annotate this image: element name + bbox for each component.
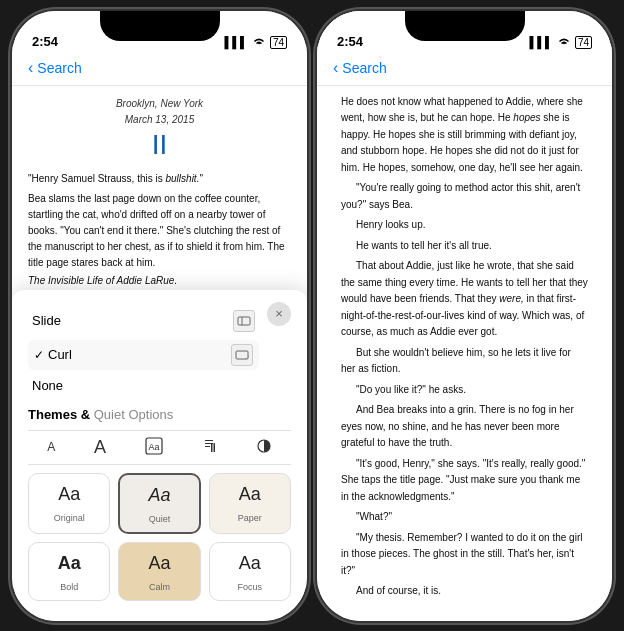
theme-focus-label: Focus [238, 582, 263, 592]
book-content-right: He does not know what happened to Addie,… [317, 86, 612, 596]
wifi-icon [252, 36, 266, 48]
right-para-7: "Do you like it?" he asks. [341, 382, 588, 399]
right-para-8: And Bea breaks into a grin. There is no … [341, 402, 588, 452]
back-button-left[interactable]: ‹ Search [28, 59, 291, 77]
left-phone: 2:54 ▌▌▌ 74 ‹ Search Brookly [12, 11, 307, 621]
theme-quiet-aa: Aa [126, 485, 192, 506]
theme-quiet-label: Quiet [149, 514, 171, 524]
theme-bold-aa: Aa [35, 553, 103, 574]
time-right: 2:54 [337, 34, 363, 49]
svg-rect-1 [236, 351, 248, 359]
svg-text:Aa: Aa [148, 442, 159, 452]
chapter-heading: II [28, 128, 291, 162]
theme-original[interactable]: Aa Original [28, 473, 110, 534]
right-para-9: "It's good, Henry," she says. "It's real… [341, 456, 588, 506]
close-icon: × [275, 306, 283, 321]
battery-icon: 74 [270, 36, 287, 49]
theme-calm-aa: Aa [125, 553, 193, 574]
slide-option-none[interactable]: None [28, 370, 259, 401]
svg-rect-4 [211, 443, 213, 452]
theme-paper-label: Paper [238, 513, 262, 523]
book-header: Brooklyn, New York March 13, 2015 II [28, 96, 291, 162]
checkmark-icon: ✓ [34, 348, 44, 362]
status-icons-right: ▌▌▌ 74 [529, 36, 592, 49]
book-date: March 13, 2015 [28, 112, 291, 128]
notch [100, 11, 220, 41]
theme-focus[interactable]: Aa Focus [209, 542, 291, 601]
book-para-2: Bea slams the last page down on the coff… [28, 191, 291, 271]
slide-option-slide[interactable]: Slide [28, 302, 259, 340]
right-phone: 2:54 ▌▌▌ 74 ‹ Search He does [317, 11, 612, 621]
nav-bar-left: ‹ Search [12, 55, 307, 86]
svg-rect-5 [214, 443, 216, 452]
wifi-icon-right [557, 36, 571, 48]
theme-bold[interactable]: Aa Bold [28, 542, 110, 601]
right-para-4: He wants to tell her it's all true. [341, 238, 588, 255]
signal-icon: ▌▌▌ [224, 36, 247, 48]
book-para-italic: The Invisible Life of Addie LaRue. [28, 273, 291, 289]
book-location: Brooklyn, New York [28, 96, 291, 112]
book-para-1: "Henry Samuel Strauss, this is bullshit.… [28, 171, 291, 187]
close-button[interactable]: × [267, 302, 291, 326]
theme-bold-label: Bold [60, 582, 78, 592]
back-button-right[interactable]: ‹ Search [333, 59, 596, 77]
back-chevron-icon: ‹ [28, 59, 33, 77]
theme-original-aa: Aa [35, 484, 103, 505]
font-large-button[interactable]: A [94, 437, 106, 458]
theme-quiet[interactable]: Aa Quiet [118, 473, 200, 534]
status-icons-left: ▌▌▌ 74 [224, 36, 287, 49]
slide-option-curl[interactable]: ✓ Curl [28, 340, 259, 370]
right-para-12: And of course, it is. [341, 583, 588, 596]
back-label-left: Search [37, 60, 81, 76]
right-book-text: He does not know what happened to Addie,… [333, 94, 596, 596]
theme-focus-aa: Aa [216, 553, 284, 574]
slide-menu: Slide ✓ Curl [28, 302, 259, 401]
none-label: None [32, 378, 63, 393]
slide-label: Slide [32, 313, 61, 328]
themes-header: Themes & Quiet Options [28, 407, 173, 422]
theme-original-label: Original [54, 513, 85, 523]
slide-icon [233, 310, 255, 332]
right-para-10: "What?" [341, 509, 588, 526]
theme-paper[interactable]: Aa Paper [209, 473, 291, 534]
right-para-1: He does not know what happened to Addie,… [341, 94, 588, 177]
bottom-panel: Slide ✓ Curl [12, 290, 307, 621]
back-chevron-icon-right: ‹ [333, 59, 338, 77]
theme-calm-label: Calm [149, 582, 170, 592]
theme-calm[interactable]: Aa Calm [118, 542, 200, 601]
paragraph-button[interactable] [201, 438, 217, 457]
time-left: 2:54 [32, 34, 58, 49]
svg-rect-0 [238, 317, 250, 325]
nav-bar-right: ‹ Search [317, 55, 612, 86]
font-type-button[interactable]: Aa [145, 437, 163, 458]
right-para-6: But she wouldn't believe him, so he lets… [341, 345, 588, 378]
back-label-right: Search [342, 60, 386, 76]
font-small-button[interactable]: A [47, 440, 55, 454]
right-para-3: Henry looks up. [341, 217, 588, 234]
theme-cards: Aa Original Aa Quiet Aa Paper Aa Bold [28, 473, 291, 601]
battery-icon-right: 74 [575, 36, 592, 49]
contrast-button[interactable] [256, 438, 272, 457]
theme-paper-aa: Aa [216, 484, 284, 505]
signal-icon-right: ▌▌▌ [529, 36, 552, 48]
right-para-11: "My thesis. Remember? I wanted to do it … [341, 530, 588, 580]
curl-label: Curl [48, 347, 72, 362]
right-para-2: "You're really going to method actor thi… [341, 180, 588, 213]
curl-icon [231, 344, 253, 366]
notch-right [405, 11, 525, 41]
right-para-5: That about Addie, just like he wrote, th… [341, 258, 588, 341]
font-controls: A A Aa [28, 430, 291, 465]
